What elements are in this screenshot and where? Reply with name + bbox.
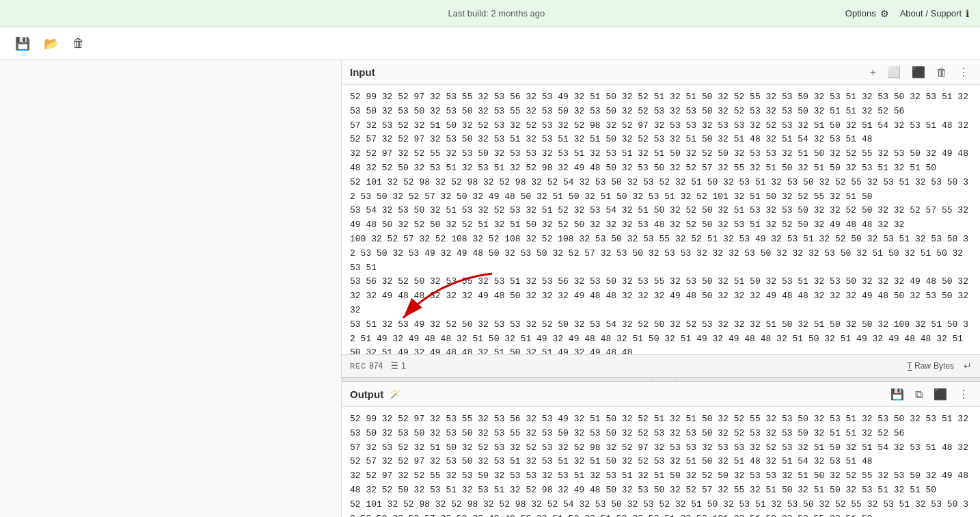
output-copy-button[interactable]: ⧉ bbox=[912, 387, 925, 402]
output-more-button[interactable]: ⋮ bbox=[955, 386, 972, 402]
output-download-button[interactable]: ⬛ bbox=[931, 386, 950, 402]
output-section: Output 🪄 💾 ⧉ ⬛ ⋮ bbox=[342, 382, 980, 517]
main-container: 💾 📂 🗑 Input + bbox=[0, 27, 980, 517]
filter-icon: ☰ bbox=[391, 361, 398, 371]
main-toolbar: 💾 📂 🗑 bbox=[0, 27, 980, 60]
input-delete-button[interactable]: 🗑 bbox=[934, 65, 950, 80]
format-icon: T̲ bbox=[907, 361, 912, 371]
output-download-icon: ⬛ bbox=[934, 388, 947, 400]
output-copy-icon: ⧉ bbox=[915, 388, 923, 400]
rec-value: 874 bbox=[369, 361, 383, 371]
output-more-icon: ⋮ bbox=[958, 388, 969, 400]
status-rec: REC 874 bbox=[350, 361, 383, 371]
wand-icon: 🪄 bbox=[389, 389, 400, 400]
input-export-button[interactable]: ⬛ bbox=[909, 64, 928, 80]
content-row: Input + ⬜ ⬛ 🗑 bbox=[0, 60, 980, 517]
input-header-right: + ⬜ ⬛ 🗑 ⋮ bbox=[867, 64, 972, 80]
info-icon: ℹ bbox=[966, 8, 969, 19]
status-filter: ☰ 1 bbox=[391, 361, 406, 371]
right-panel: Input + ⬜ ⬛ 🗑 bbox=[342, 60, 980, 517]
input-content[interactable]: 52 99 32 52 97 32 53 55 32 53 56 32 53 4… bbox=[342, 85, 980, 354]
save-button[interactable]: 💾 bbox=[11, 34, 34, 54]
delete-icon: 🗑 bbox=[72, 36, 85, 51]
input-window-button[interactable]: ⬜ bbox=[884, 64, 903, 80]
output-title-area: Output 🪄 bbox=[350, 388, 400, 400]
delete-button[interactable]: 🗑 bbox=[68, 34, 89, 53]
rec-label: REC bbox=[350, 362, 366, 370]
status-left: REC 874 ☰ 1 bbox=[350, 361, 406, 371]
output-content[interactable]: 52 99 32 52 97 32 53 55 32 53 56 32 53 4… bbox=[342, 407, 980, 517]
input-more-button[interactable]: ⋮ bbox=[955, 64, 972, 80]
raw-label: Raw bbox=[914, 361, 931, 371]
status-right: T̲ Raw Bytes ↵ bbox=[903, 360, 972, 372]
input-section: Input + ⬜ ⬛ 🗑 bbox=[342, 60, 980, 354]
window-icon: ⬜ bbox=[887, 66, 901, 78]
folder-icon: 📂 bbox=[44, 36, 59, 51]
raw-bytes-button[interactable]: T̲ Raw Bytes bbox=[903, 360, 958, 372]
save-icon: 💾 bbox=[15, 36, 30, 51]
add-icon: + bbox=[870, 66, 876, 78]
build-info: Last build: 2 months ago bbox=[448, 8, 545, 18]
filter-value: 1 bbox=[401, 361, 406, 371]
options-button[interactable]: Options ⚙ bbox=[845, 8, 889, 19]
export-icon: ⬛ bbox=[912, 66, 925, 78]
toolbar-left: 💾 📂 🗑 bbox=[11, 34, 89, 54]
enter-icon[interactable]: ↵ bbox=[964, 360, 972, 371]
gear-icon: ⚙ bbox=[880, 8, 889, 19]
output-title: Output bbox=[350, 388, 383, 400]
input-more-icon: ⋮ bbox=[958, 66, 969, 78]
top-bar-right: Options ⚙ About / Support ℹ bbox=[845, 8, 969, 19]
left-panel bbox=[0, 60, 342, 517]
about-support-label: About / Support bbox=[900, 8, 962, 18]
input-header: Input + ⬜ ⬛ 🗑 bbox=[342, 60, 980, 85]
options-label: Options bbox=[845, 8, 876, 18]
top-bar: Last build: 2 months ago Options ⚙ About… bbox=[0, 0, 980, 27]
output-save-button[interactable]: 💾 bbox=[888, 386, 907, 402]
input-add-button[interactable]: + bbox=[867, 65, 879, 80]
input-delete-icon: 🗑 bbox=[936, 66, 947, 78]
output-header-right: 💾 ⧉ ⬛ ⋮ bbox=[888, 386, 972, 402]
bytes-label: Bytes bbox=[934, 361, 954, 371]
about-support-button[interactable]: About / Support ℹ bbox=[900, 8, 969, 19]
open-button[interactable]: 📂 bbox=[40, 34, 63, 54]
output-header: Output 🪄 💾 ⧉ ⬛ ⋮ bbox=[342, 382, 980, 407]
output-save-icon: 💾 bbox=[890, 388, 904, 400]
input-title: Input bbox=[350, 66, 375, 78]
status-bar: REC 874 ☰ 1 T̲ Raw Bytes ↵ bbox=[342, 354, 980, 377]
